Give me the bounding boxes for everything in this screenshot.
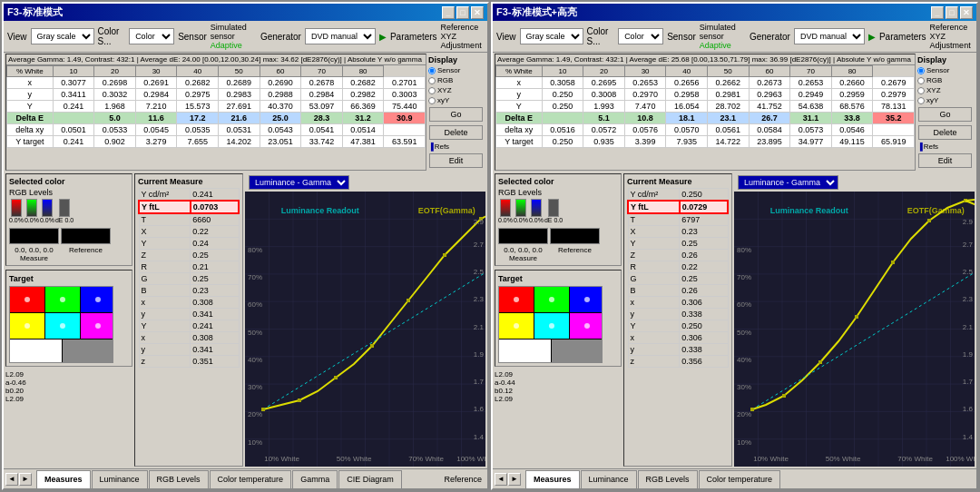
right-refs-label: Refs	[924, 143, 938, 151]
left-title: F3-标准模式	[7, 5, 63, 19]
svg-text:2.7: 2.7	[474, 241, 485, 249]
left-ref-label: Reference	[61, 246, 111, 262]
left-maximize-btn[interactable]: □	[456, 6, 469, 19]
left-row-y: y 0.34110.30320.2984 0.29750.29830.2988 …	[7, 89, 426, 101]
left-bottom: Selected color RGB Levels 0.0% 0.0%	[4, 172, 487, 468]
left-close-btn[interactable]: ✕	[471, 6, 484, 19]
left-tab-rgb[interactable]: RGB Levels	[149, 470, 209, 488]
left-nav-next[interactable]: ►	[19, 473, 32, 486]
left-t-val: 6660	[191, 213, 239, 226]
svg-rect-49	[334, 376, 338, 379]
svg-rect-112	[818, 360, 822, 364]
svg-text:30%: 30%	[248, 383, 262, 391]
svg-text:60%: 60%	[737, 300, 751, 309]
right-close-btn[interactable]: ✕	[960, 6, 973, 19]
right-view-select[interactable]: Gray scale	[520, 28, 583, 44]
left-tab-gamma[interactable]: Gamma	[292, 470, 338, 488]
svg-text:40%: 40%	[737, 356, 751, 364]
left-tabs: ◄ ► Measures Luminance RGB Levels Color …	[4, 468, 487, 488]
right-tab-measures[interactable]: Measures	[525, 470, 580, 488]
left-tab-colortemp[interactable]: Color temperature	[210, 470, 292, 488]
left-tab-luminance[interactable]: Luminance	[92, 470, 148, 488]
right-tab-luminance[interactable]: Luminance	[581, 470, 637, 488]
svg-text:2.5: 2.5	[474, 268, 485, 276]
right-extra-info: L2.09 a-0.44 b0.12 L2.09	[495, 370, 622, 403]
right-refs-row: ▐ Refs	[917, 143, 973, 151]
left-play-icon[interactable]: ▶	[379, 32, 387, 42]
right-gen-select[interactable]: DVD manual	[794, 28, 865, 44]
left-th-20: 20	[94, 66, 136, 77]
left-gen-select[interactable]: DVD manual	[305, 28, 376, 44]
left-tab-cie[interactable]: CIE Diagram	[338, 470, 402, 488]
right-delete-btn[interactable]: Delete	[918, 125, 972, 140]
right-minimize-btn[interactable]: _	[931, 6, 944, 19]
svg-text:50% White: 50% White	[826, 455, 861, 463]
left-nav-prev[interactable]: ◄	[5, 473, 18, 486]
left-target-box: Target	[5, 270, 132, 367]
svg-point-9	[60, 297, 65, 302]
left-selected-color: Selected color RGB Levels 0.0% 0.0%	[5, 173, 132, 266]
right-row-de: Delta E 5.110.8 18.123.1 26.731.1 33.835…	[496, 113, 915, 124]
left-tab-measures[interactable]: Measures	[36, 470, 91, 488]
right-info-title: Current Measure	[627, 177, 729, 186]
left-graph-select[interactable]: Luminance - Gamma	[249, 175, 349, 190]
left-minimize-btn[interactable]: _	[442, 6, 455, 19]
right-radio-rgb[interactable]: RGB	[917, 76, 973, 84]
right-params-info: Reference XYZ Adjustment	[930, 23, 973, 50]
left-info-panel: Current Measure Y cd/m² 0.241 Y ftL 0.07…	[134, 173, 243, 467]
left-radio-rgb[interactable]: RGB	[428, 76, 484, 84]
left-bar-r: 0.0%	[9, 199, 24, 226]
right-edit-btn[interactable]: Edit	[918, 153, 972, 168]
left-toolbar: View Gray scale Color S... Color S... Se…	[4, 21, 487, 53]
right-nav-prev[interactable]: ◄	[495, 473, 507, 486]
right-radio-xyz[interactable]: XYZ	[917, 86, 973, 94]
left-rgb-levels-label: RGB Levels	[9, 188, 129, 197]
right-play-icon[interactable]: ▶	[868, 32, 876, 42]
svg-point-72	[549, 297, 554, 302]
left-th-pct: % White	[7, 66, 54, 77]
right-tab-rgb[interactable]: RGB Levels	[638, 470, 698, 488]
right-title-bar: F3-标准模式+高亮 _ □ ✕	[493, 4, 976, 21]
right-radio-xyy[interactable]: xyY	[917, 96, 973, 104]
right-row-dxy: delta xy 0.05160.05720.0576 0.05700.0561…	[496, 124, 915, 136]
right-gen-label: Generator	[750, 32, 790, 42]
left-view-select[interactable]: Gray scale	[31, 28, 94, 44]
svg-point-71	[514, 297, 519, 302]
left-delete-btn[interactable]: Delete	[429, 125, 483, 140]
left-edit-btn[interactable]: Edit	[429, 153, 483, 168]
svg-rect-52	[443, 253, 446, 257]
right-graph-select[interactable]: Luminance - Gamma	[738, 175, 838, 190]
left-radio-xyy[interactable]: xyY	[428, 96, 484, 104]
right-radio-sensor[interactable]: Sensor	[917, 66, 973, 74]
left-radio-sensor[interactable]: Sensor	[428, 66, 484, 74]
svg-text:100% White: 100% White	[946, 455, 975, 463]
svg-text:Luminance Readout: Luminance Readout	[281, 206, 359, 215]
right-ycm-val: 0.250	[680, 189, 728, 202]
left-row-de: Delta E 5.011.6 17.221.6 25.028.3 31.230…	[7, 113, 426, 124]
right-go-btn[interactable]: Go	[918, 107, 972, 122]
right-tab-colortemp[interactable]: Color temperature	[699, 470, 781, 488]
left-params-label: Parameters	[390, 32, 437, 42]
right-nav-next[interactable]: ►	[508, 473, 521, 486]
left-graph-area: Luminance - Gamma	[245, 173, 485, 467]
left-window-controls: _ □ ✕	[442, 6, 484, 19]
right-target-svg	[499, 287, 602, 362]
right-yftl-label: Y ftL	[628, 201, 680, 213]
left-color-select[interactable]: Color S...	[129, 28, 174, 44]
left-go-btn[interactable]: Go	[429, 107, 483, 122]
svg-text:10%: 10%	[248, 438, 262, 447]
left-color-s-label: Color S...	[98, 26, 126, 46]
svg-text:1.9: 1.9	[963, 350, 974, 359]
left-th-40: 40	[177, 66, 219, 77]
svg-rect-6	[10, 339, 62, 362]
right-color-select[interactable]: Color S...	[618, 28, 663, 44]
svg-text:2.9: 2.9	[474, 218, 485, 226]
left-ycm-val: 0.241	[191, 189, 239, 202]
svg-text:1.7: 1.7	[474, 378, 485, 386]
svg-point-11	[24, 323, 30, 329]
left-radio-xyz[interactable]: XYZ	[428, 86, 484, 94]
right-swatch-ref	[550, 228, 600, 244]
left-nav-arrows: ◄ ►	[5, 473, 32, 486]
right-maximize-btn[interactable]: □	[946, 6, 958, 19]
right-info-table: L2.09 a-0.44 b0.12 L2.09	[495, 370, 515, 403]
